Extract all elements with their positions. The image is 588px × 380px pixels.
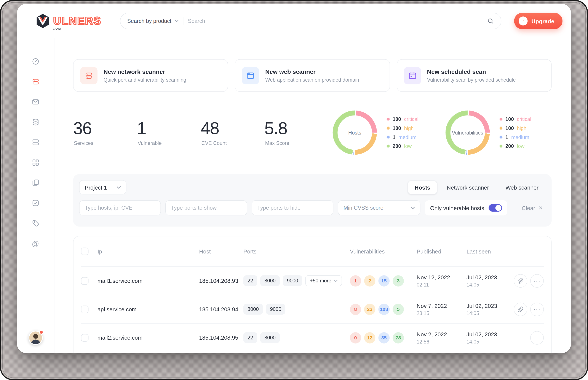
- row-menu-button[interactable]: ···: [530, 274, 544, 287]
- project-dropdown[interactable]: Project 1: [79, 180, 126, 194]
- critical-count-badge[interactable]: 8: [350, 304, 361, 315]
- legend-label: critical: [404, 116, 418, 122]
- search-category-dropdown[interactable]: Search by product: [127, 18, 178, 24]
- scanner-icon: [31, 77, 40, 86]
- select-all-checkbox[interactable]: [81, 248, 89, 255]
- clear-filters-button[interactable]: Clear ✕: [522, 205, 546, 211]
- tab-hosts[interactable]: Hosts: [407, 180, 437, 194]
- vulnerabilities-donut-chart: Vulnerabilities: [445, 111, 490, 155]
- medium-count-badge[interactable]: 35: [378, 332, 390, 343]
- search-input[interactable]: [188, 18, 483, 24]
- ports-hide-input[interactable]: [252, 200, 333, 215]
- row-last-seen: Jul 02, 2023 14:05: [466, 274, 509, 287]
- sidebar-item-tags[interactable]: [28, 216, 43, 230]
- web-scanner-icon: [242, 67, 259, 84]
- search-icon[interactable]: [487, 18, 494, 25]
- sidebar-item-apps[interactable]: [28, 155, 43, 170]
- card-title: New scheduled scan: [427, 68, 516, 75]
- col-last-seen: Last seen: [466, 248, 509, 254]
- high-count-badge[interactable]: 12: [364, 332, 375, 343]
- legend-value: 100: [393, 125, 401, 131]
- sidebar-item-documents[interactable]: [28, 175, 43, 190]
- port-chip: 9000: [266, 304, 285, 315]
- low-count-badge[interactable]: 3: [393, 275, 404, 286]
- published-date: Nov 12, 2022: [417, 274, 466, 280]
- stat-cve-count: 48 CVE Count: [201, 119, 264, 146]
- legend-dot: [386, 118, 390, 121]
- stat-value: 36: [73, 119, 137, 137]
- legend-item: 200 low: [386, 143, 418, 149]
- more-ports-button[interactable]: +50 more: [305, 275, 342, 286]
- stat-vulnerable: 1 Vulnerable: [137, 119, 201, 146]
- legend-dot: [386, 145, 390, 148]
- sidebar-item-mentions[interactable]: @: [28, 236, 43, 251]
- legend-item: 100 critical: [386, 116, 418, 122]
- sidebar-item-scanner[interactable]: [28, 74, 43, 89]
- legend-value: 200: [505, 143, 514, 149]
- sidebar-item-database[interactable]: [28, 115, 43, 130]
- row-actions: ···: [509, 303, 544, 316]
- ports-show-input[interactable]: [165, 200, 247, 215]
- min-cvss-dropdown[interactable]: Min CVSS score: [338, 200, 420, 215]
- medium-count-badge[interactable]: 108: [378, 304, 390, 315]
- low-count-badge[interactable]: 78: [393, 332, 404, 343]
- sidebar-item-servers[interactable]: [28, 135, 43, 150]
- row-ports: 22 8000: [243, 332, 350, 343]
- table-row[interactable]: api.service.com 185.104.208.94 8000 9000…: [81, 295, 544, 323]
- medium-count-badge[interactable]: 15: [378, 275, 390, 286]
- high-count-badge[interactable]: 2: [364, 275, 375, 286]
- legend-label: low: [404, 143, 412, 149]
- paperclip-icon: [518, 306, 524, 312]
- brand-logo[interactable]: ULNERS COM: [36, 13, 101, 29]
- card-texts: New network scanner Quick port and vulne…: [104, 68, 186, 83]
- min-cvss-label: Min CVSS score: [343, 205, 383, 211]
- radar-icon: [31, 57, 40, 65]
- table-row[interactable]: mail2.service.com 185.104.208.95 22 8000…: [81, 323, 544, 352]
- legend-value: 1: [505, 134, 508, 140]
- hosts-filter-input[interactable]: [79, 200, 161, 215]
- chevron-down-icon: [117, 186, 121, 189]
- user-avatar[interactable]: [28, 331, 42, 345]
- card-texts: New web scanner Web application scan on …: [265, 68, 359, 83]
- chevron-down-icon: [334, 280, 337, 282]
- hosts-table: Ip Host Ports Vulnerabilities Published …: [73, 236, 551, 353]
- row-menu-button[interactable]: ···: [530, 331, 544, 344]
- stat-max-score: 5.8 Max Score: [264, 119, 328, 146]
- new-web-scanner-card[interactable]: New web scanner Web application scan on …: [235, 59, 390, 92]
- new-network-scanner-card[interactable]: New network scanner Quick port and vulne…: [73, 59, 228, 92]
- low-count-badge[interactable]: 5: [393, 304, 404, 315]
- row-host: 185.104.208.95: [199, 334, 243, 341]
- attachment-button[interactable]: [514, 274, 527, 287]
- legend-label: medium: [399, 134, 416, 140]
- row-ports: 8000 9000: [243, 304, 350, 315]
- sidebar-item-radar[interactable]: [28, 54, 43, 69]
- only-vulnerable-toggle-group: Only vulnerable hosts: [425, 200, 507, 215]
- network-scanner-icon: [80, 67, 98, 84]
- row-menu-button[interactable]: ···: [530, 303, 544, 316]
- documents-icon: [31, 179, 40, 187]
- critical-count-badge[interactable]: 0: [350, 332, 361, 343]
- port-chip: 22: [243, 332, 257, 343]
- sidebar-item-mail[interactable]: [28, 94, 43, 109]
- last-seen-date: Jul 02, 2023: [466, 303, 509, 309]
- critical-count-badge[interactable]: 1: [350, 275, 361, 286]
- upgrade-button[interactable]: ↑ Upgrade: [514, 13, 563, 29]
- tab-web-scanner[interactable]: Web scanner: [498, 180, 546, 194]
- sidebar-item-tasks[interactable]: [28, 196, 43, 210]
- row-checkbox[interactable]: [81, 277, 89, 285]
- col-host: Host: [199, 248, 243, 254]
- row-checkbox[interactable]: [81, 334, 89, 341]
- stat-label: Services: [73, 140, 137, 146]
- table-row[interactable]: mail1.service.com 185.104.208.93 22 8000…: [81, 266, 544, 295]
- database-icon: [31, 118, 40, 126]
- servers-icon: [31, 138, 40, 146]
- new-scheduled-scan-card[interactable]: New scheduled scan Vulnerability scan by…: [397, 59, 552, 92]
- attachment-button[interactable]: [514, 303, 527, 316]
- card-subtitle: Vulnerability scan by provided schedule: [427, 77, 516, 82]
- high-count-badge[interactable]: 23: [364, 304, 375, 315]
- row-last-seen: Jul 02, 2023 14:05: [466, 303, 509, 316]
- row-host: 185.104.208.93: [199, 277, 243, 284]
- tab-network-scanner[interactable]: Network scanner: [440, 180, 496, 194]
- only-vulnerable-toggle[interactable]: [489, 204, 502, 212]
- row-checkbox[interactable]: [81, 305, 89, 313]
